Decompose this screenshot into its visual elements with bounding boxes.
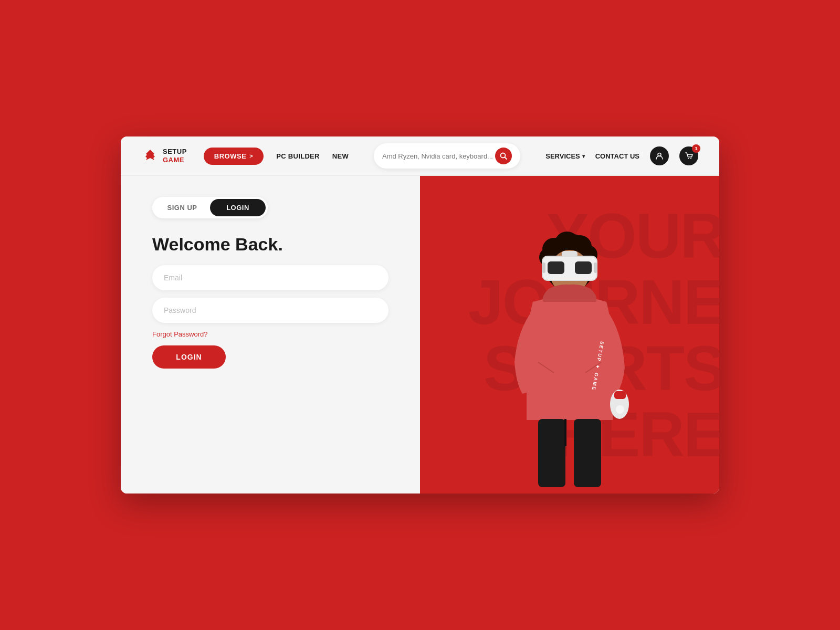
svg-rect-15 xyxy=(575,261,592,274)
email-input[interactable] xyxy=(152,265,388,290)
password-input[interactable] xyxy=(152,298,388,323)
login-button[interactable]: LOGIN xyxy=(152,345,226,369)
chevron-down-icon: ▾ xyxy=(582,153,585,159)
svg-line-1 xyxy=(505,158,507,160)
svg-rect-17 xyxy=(594,262,597,273)
search-input[interactable] xyxy=(382,152,495,160)
svg-rect-13 xyxy=(562,251,578,257)
svg-rect-16 xyxy=(542,262,545,273)
svg-rect-14 xyxy=(548,261,564,274)
search-bar xyxy=(374,143,520,169)
svg-point-4 xyxy=(690,158,691,159)
browse-arrow-icon: > xyxy=(249,153,253,159)
cart-badge: 1 xyxy=(692,144,700,153)
hero-person: SETUP ✦ GAME xyxy=(486,189,654,494)
content-area: SIGN UP LOGIN Welcome Back. Forgot Passw… xyxy=(121,176,719,494)
nav-pc-builder[interactable]: PC BUILDER xyxy=(276,152,319,160)
search-button[interactable] xyxy=(495,148,512,164)
right-panel: YOUR JOURNE STARTS HERE xyxy=(420,176,719,494)
cart-icon-button[interactable]: 1 xyxy=(679,146,698,165)
tab-signup[interactable]: SIGN UP xyxy=(154,199,210,216)
services-link[interactable]: SERVICES ▾ xyxy=(545,152,585,160)
navbar: SETUP GAME BROWSE > PC BUILDER NEW SERV xyxy=(121,136,719,176)
svg-point-3 xyxy=(688,158,689,159)
left-panel: SIGN UP LOGIN Welcome Back. Forgot Passw… xyxy=(121,176,420,494)
auth-tabs: SIGN UP LOGIN xyxy=(152,197,268,218)
tab-login[interactable]: LOGIN xyxy=(210,199,266,216)
user-icon-button[interactable] xyxy=(650,146,669,165)
nav-right: SERVICES ▾ CONTACT US 1 xyxy=(545,146,698,165)
logo-icon xyxy=(142,148,159,164)
contact-us-link[interactable]: CONTACT US xyxy=(595,152,639,160)
logo[interactable]: SETUP GAME xyxy=(142,148,187,164)
main-card: SETUP GAME BROWSE > PC BUILDER NEW SERV xyxy=(121,136,719,494)
user-icon xyxy=(655,152,664,160)
welcome-title: Welcome Back. xyxy=(152,234,388,255)
person-svg: SETUP ✦ GAME xyxy=(486,194,654,494)
nav-new[interactable]: NEW xyxy=(332,152,349,160)
logo-text: SETUP GAME xyxy=(163,148,187,164)
svg-rect-23 xyxy=(614,391,626,399)
svg-rect-25 xyxy=(538,419,565,487)
cart-icon xyxy=(685,152,693,160)
svg-point-24 xyxy=(616,405,624,414)
forgot-password-link[interactable]: Forgot Password? xyxy=(152,330,388,338)
login-form: Forgot Password? LOGIN xyxy=(152,265,388,369)
search-icon xyxy=(500,152,507,160)
browse-button[interactable]: BROWSE > xyxy=(204,148,264,165)
svg-rect-26 xyxy=(574,419,601,487)
